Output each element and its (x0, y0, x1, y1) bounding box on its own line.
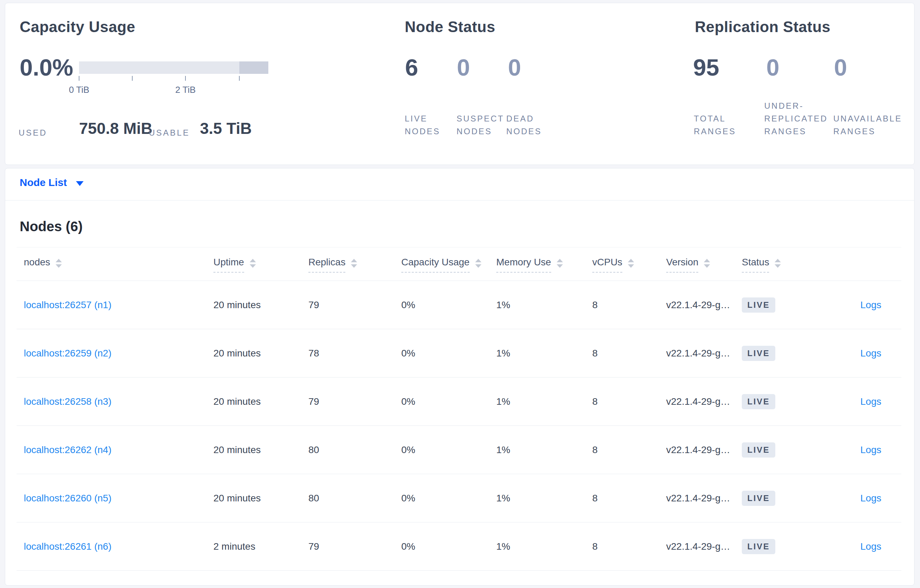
column-header-version[interactable]: Version (666, 257, 710, 273)
table-top-divider (16, 247, 901, 247)
memory-use-value: 1% (496, 444, 510, 456)
capacity-usage-value: 0% (401, 541, 415, 552)
uptime-value: 20 minutes (214, 493, 261, 504)
status-badge: LIVE (742, 539, 775, 554)
vcpus-value: 8 (592, 348, 598, 359)
under-replicated-ranges-count: 0 (766, 56, 779, 79)
replicas-value: 78 (308, 348, 319, 359)
logs-link[interactable]: Logs (860, 444, 881, 456)
node-list-dropdown[interactable]: Node List (20, 177, 84, 188)
capacity-usage-value: 0% (401, 493, 415, 504)
memory-use-value: 1% (496, 541, 510, 552)
column-header-uptime[interactable]: Uptime (214, 257, 256, 273)
node-list-header-bar: Node List (5, 168, 914, 200)
node-address-link[interactable]: localhost:26258 (n3) (24, 396, 112, 407)
replicas-value: 79 (308, 299, 319, 310)
capacity-axis-tick (132, 76, 133, 81)
sort-icon[interactable] (475, 259, 481, 268)
capacity-axis-label-2: 2 TiB (165, 84, 206, 95)
logs-link[interactable]: Logs (860, 348, 881, 359)
logs-link[interactable]: Logs (860, 493, 881, 504)
node-status-title: Node Status (405, 18, 495, 36)
capacity-axis-tick (79, 76, 79, 81)
logs-link[interactable]: Logs (860, 541, 881, 552)
used-value: 750.8 MiB (79, 119, 152, 138)
replicas-value: 79 (308, 396, 319, 407)
capacity-usage-value: 0% (401, 444, 415, 456)
vcpus-value: 8 (592, 396, 598, 407)
capacity-usage-value: 0% (401, 299, 415, 310)
node-list-card: Node List Nodes (6) nodes Uptime Replica… (5, 168, 915, 586)
vcpus-value: 8 (592, 493, 598, 504)
node-address-link[interactable]: localhost:26257 (n1) (24, 299, 112, 310)
replicas-value: 79 (308, 541, 319, 552)
version-value: v22.1.4-29-g… (666, 396, 730, 407)
logs-link[interactable]: Logs (860, 299, 881, 310)
status-badge: LIVE (742, 346, 775, 361)
version-value: v22.1.4-29-g… (666, 348, 730, 359)
table-row: localhost:26257 (n1) 20 minutes 79 0% 1%… (5, 281, 914, 329)
sort-icon[interactable] (628, 259, 634, 268)
column-header-nodes[interactable]: nodes (24, 257, 62, 272)
uptime-value: 20 minutes (214, 396, 261, 407)
version-value: v22.1.4-29-g… (666, 299, 730, 310)
replicas-value: 80 (308, 493, 319, 504)
replication-status-title: Replication Status (695, 18, 831, 36)
sort-icon[interactable] (250, 259, 256, 268)
uptime-value: 20 minutes (214, 444, 261, 456)
column-header-status[interactable]: Status (742, 257, 781, 273)
live-nodes-count: 6 (405, 56, 418, 79)
column-header-vcpus[interactable]: vCPUs (592, 257, 634, 273)
unavailable-ranges-label: UNAVAILABLE RANGES (833, 112, 902, 138)
cluster-summary-card: Capacity Usage 0.0% 0 TiB 2 TiB USED 750… (5, 3, 915, 165)
node-address-link[interactable]: localhost:26259 (n2) (24, 348, 112, 359)
status-badge: LIVE (742, 394, 775, 409)
sort-icon[interactable] (704, 259, 710, 268)
sort-icon[interactable] (56, 259, 62, 268)
status-badge: LIVE (742, 297, 775, 313)
capacity-usage-value: 0% (401, 396, 415, 407)
usable-label: USABLE (149, 128, 190, 138)
suspect-nodes-count: 0 (457, 56, 470, 79)
node-address-link[interactable]: localhost:26262 (n4) (24, 444, 112, 456)
column-header-memory-use[interactable]: Memory Use (496, 257, 563, 273)
logs-link[interactable]: Logs (860, 396, 881, 407)
uptime-value: 2 minutes (214, 541, 255, 552)
replicas-value: 80 (308, 444, 319, 456)
sort-icon[interactable] (774, 259, 781, 268)
sort-icon[interactable] (557, 259, 563, 268)
uptime-value: 20 minutes (214, 348, 261, 359)
node-address-link[interactable]: localhost:26260 (n5) (24, 493, 112, 504)
uptime-value: 20 minutes (214, 299, 261, 310)
capacity-usage-percent: 0.0% (20, 56, 73, 79)
memory-use-value: 1% (496, 348, 510, 359)
nodes-section-title: Nodes (6) (20, 219, 83, 234)
vcpus-value: 8 (592, 444, 598, 456)
column-header-capacity-usage[interactable]: Capacity Usage (401, 257, 481, 273)
capacity-axis-label-0: 0 TiB (58, 84, 100, 95)
memory-use-value: 1% (496, 396, 510, 407)
sort-icon[interactable] (351, 259, 357, 268)
vcpus-value: 8 (592, 541, 598, 552)
node-address-link[interactable]: localhost:26261 (n6) (24, 541, 112, 552)
dead-nodes-count: 0 (508, 56, 521, 79)
status-badge: LIVE (742, 491, 775, 506)
node-list-dropdown-label: Node List (20, 177, 67, 188)
live-nodes-label: LIVE NODES (405, 112, 440, 138)
capacity-usage-bar (79, 61, 268, 74)
total-ranges-label: TOTAL RANGES (694, 112, 736, 138)
status-badge: LIVE (742, 443, 775, 457)
vcpus-value: 8 (592, 299, 598, 310)
version-value: v22.1.4-29-g… (666, 493, 730, 504)
table-row: localhost:26260 (n5) 20 minutes 80 0% 1%… (5, 474, 914, 522)
node-table-body: localhost:26257 (n1) 20 minutes 79 0% 1%… (5, 281, 914, 571)
memory-use-value: 1% (496, 493, 510, 504)
capacity-usage-title: Capacity Usage (20, 18, 135, 36)
suspect-nodes-label: SUSPECT NODES (457, 112, 504, 138)
unavailable-ranges-count: 0 (834, 56, 847, 79)
dead-nodes-label: DEAD NODES (506, 112, 542, 138)
under-replicated-ranges-label: UNDER- REPLICATED RANGES (764, 99, 828, 138)
column-header-replicas[interactable]: Replicas (308, 257, 357, 273)
memory-use-value: 1% (496, 299, 510, 310)
table-row: localhost:26262 (n4) 20 minutes 80 0% 1%… (5, 426, 914, 474)
